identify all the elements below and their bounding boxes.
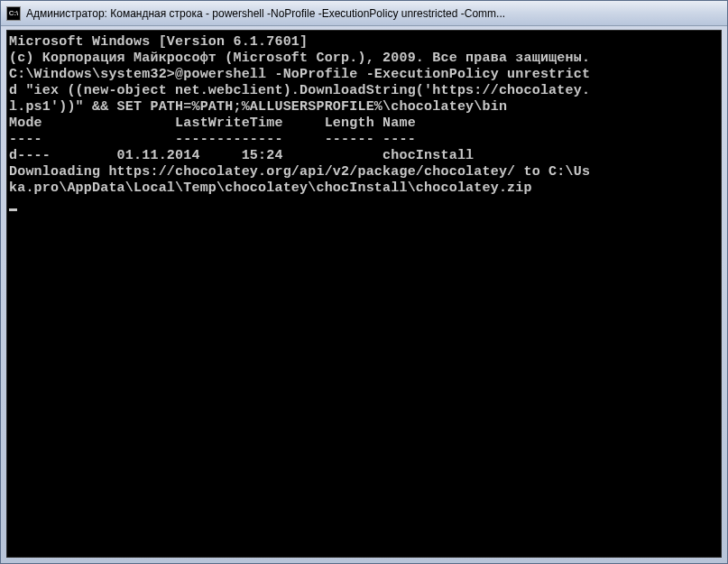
terminal-line: d "iex ((new-object net.webclient).Downl…	[9, 83, 719, 99]
terminal-line: Downloading https://chocolatey.org/api/v…	[9, 164, 719, 180]
terminal-cursor-line	[9, 197, 719, 213]
terminal-line: ka.pro\AppData\Local\Temp\chocolatey\cho…	[9, 180, 719, 197]
terminal-line: C:\Windows\system32>@powershell -NoProfi…	[9, 67, 719, 83]
terminal-line: (c) Корпорация Майкрософт (Microsoft Cor…	[9, 51, 719, 67]
titlebar[interactable]: C:\ Администратор: Командная строка - po…	[1, 1, 727, 26]
terminal-line: d---- 01.11.2014 15:24 chocInstall	[9, 148, 719, 164]
window-title: Администратор: Командная строка - powers…	[26, 7, 722, 20]
terminal-line: ---- ------------- ------ ----	[9, 132, 719, 148]
command-prompt-window: C:\ Администратор: Командная строка - po…	[0, 0, 728, 564]
terminal-line: Mode LastWriteTime Length Name	[9, 116, 719, 132]
terminal-line: l.ps1'))" && SET PATH=%PATH;%ALLUSERSPRO…	[9, 99, 719, 116]
cursor	[9, 208, 17, 211]
cmd-icon: C:\	[6, 6, 21, 21]
terminal-area[interactable]: Microsoft Windows [Version 6.1.7601] (c)…	[6, 30, 722, 558]
cmd-icon-text: C:\	[9, 9, 19, 17]
terminal-line: Microsoft Windows [Version 6.1.7601]	[9, 34, 719, 51]
